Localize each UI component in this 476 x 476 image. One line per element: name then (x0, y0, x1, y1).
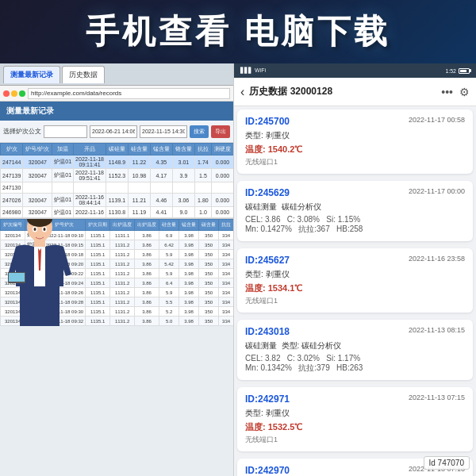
card-header: ID:243018 2022-11-13 08:15 (245, 326, 465, 337)
filter-select[interactable] (44, 125, 87, 138)
card-date: 2022-11-17 00:00 (409, 187, 465, 195)
main-data-table-container: 炉次 炉号/炉次 加温 开品 碳硅量 硅含量 锰含量 铬含量 抗拉 测硬度 测试… (0, 143, 233, 218)
tab-bar: 测量最新记录 历史数据 (0, 63, 233, 86)
card-id: ID:245629 (245, 187, 290, 198)
card-header: ID:242971 2022-11-13 07:15 (245, 393, 465, 405)
top-banner: 手机查看 电脑下载 (0, 0, 476, 63)
battery-icon (459, 68, 470, 74)
mobile-card-list: ID:245700 2022-11-17 00:58 类型: 剥重仪 温度: 1… (234, 106, 476, 476)
col-temp-type: 加温 (52, 144, 74, 155)
card-header: ID:245627 2022-11-16 23:58 (245, 255, 465, 266)
card-mn: Mn: 0.1342% 抗拉:379 HB:263 (245, 363, 465, 374)
right-panel-mobile: ▋▋▋ WiFi 1:52 ‹ 历史数据 32000128 ••• ⚙ ID:2… (234, 63, 476, 476)
data-card[interactable]: ID:245627 2022-11-16 23:58 类型: 剥重仪 温度: 1… (237, 248, 473, 313)
card-type: 类型: 剥重仪 (245, 130, 465, 141)
table-row: 247144 320047 炉温01 2022-11-1809:11:41 11… (1, 155, 234, 169)
card-type: 碳硅测量 碳硅分析仪 (245, 202, 465, 213)
id-badge: Id 747070 (424, 456, 470, 470)
card-type: 碳硅测量 类型: 碳硅分析仪 (245, 340, 465, 351)
window-btn-min[interactable] (11, 90, 17, 97)
col-mn: 锰含量 (150, 144, 172, 155)
table-row: 247130 1307.8 打开 (1, 182, 234, 194)
col-id: 炉次 (1, 144, 23, 155)
card-cel: CEL: 3.86 C: 3.08% Si: 1.15% (245, 215, 465, 224)
more-icon[interactable]: ••• (441, 86, 453, 98)
table-row: 247026 320047 炉温01 2022-11-1608:44:14 11… (1, 194, 234, 207)
card-id: ID:242971 (245, 393, 290, 405)
table-row: 247139 320047 炉温01 2022-11-1809:51:41 11… (1, 169, 234, 182)
filter-date-start[interactable] (90, 125, 137, 138)
svg-point-9 (44, 228, 46, 231)
status-right: 1:52 (445, 68, 470, 74)
left-panel-pc: 测量最新记录 历史数据 测量最新记录 选择炉次公文 搜索 导 (0, 63, 234, 476)
export-button[interactable]: 导出 (211, 125, 230, 138)
card-header: ID:245629 2022-11-17 00:00 (245, 187, 465, 198)
col-si: 硅含量 (128, 144, 150, 155)
card-type: 类型: 剥重仪 (245, 408, 465, 419)
status-time: 1:52 (445, 68, 456, 74)
mobile-nav-bar: ‹ 历史数据 32000128 ••• ⚙ (234, 78, 476, 106)
svg-rect-2 (34, 239, 45, 247)
col-carbon: 碳硅量 (106, 144, 128, 155)
card-id: ID:245700 (245, 116, 290, 127)
person-overlay (4, 218, 75, 326)
page-title: 测量最新记录 (6, 106, 54, 117)
card-date: 2022-11-13 07:15 (409, 393, 465, 401)
card-divider (237, 455, 473, 455)
col-ks: 抗拉 (194, 144, 211, 155)
filter-date-end[interactable] (140, 125, 187, 138)
data-card[interactable]: ID:242971 2022-11-13 07:15 类型: 剥重仪 温度: 1… (237, 387, 473, 451)
window-btn-close[interactable] (3, 90, 10, 97)
window-btn-max[interactable] (19, 90, 25, 97)
card-temp: 温度: 1532.5℃ (245, 421, 465, 433)
card-id: ID:245627 (245, 255, 290, 266)
card-temp: 温度: 1540.2℃ (245, 144, 465, 155)
status-left: ▋▋▋ WiFi (240, 67, 266, 74)
filter-label: 选择炉次公文 (3, 127, 41, 136)
banner-title: 手机查看 电脑下载 (86, 10, 390, 54)
address-input[interactable] (28, 88, 230, 99)
back-button[interactable]: ‹ (240, 85, 244, 99)
battery-fill (460, 70, 466, 72)
tab-records[interactable]: 测量最新记录 (3, 66, 60, 83)
data-card[interactable]: ID:245629 2022-11-17 00:00 碳硅测量 碳硅分析仪 CE… (237, 181, 473, 241)
main-data-table: 炉次 炉号/炉次 加温 开品 碳硅量 硅含量 锰含量 铬含量 抗拉 测硬度 测试… (0, 143, 233, 218)
svg-rect-3 (20, 286, 60, 326)
svg-rect-5 (9, 273, 25, 282)
col-hd: 测硬度 (211, 144, 233, 155)
table-row: 246980 320047 炉温01 2022-11-16 1130.8 11.… (1, 207, 234, 218)
card-divider (237, 383, 473, 384)
tab-history[interactable]: 历史数据 (62, 66, 105, 83)
nav-icons: ••• ⚙ (441, 86, 470, 98)
data-card[interactable]: ID:245700 2022-11-17 00:58 类型: 剥重仪 温度: 1… (237, 109, 473, 174)
mobile-status-bar: ▋▋▋ WiFi 1:52 (234, 63, 476, 78)
wifi-icon: WiFi (255, 67, 266, 74)
lower-table-container: 炉次编号 炉次 炉号炉次 炉次日期 出炉温度 出炉温度 硅含量 锰含量 碳含量 … (0, 218, 233, 326)
card-divider (237, 177, 473, 178)
card-id: ID:243018 (245, 326, 290, 337)
card-divider (237, 316, 473, 317)
card-cel: CEL: 3.82 C: 3.02% Si: 1.17% (245, 354, 465, 363)
card-port: 无线端口1 (245, 157, 465, 167)
data-card[interactable]: ID:243018 2022-11-13 08:15 碳硅测量 类型: 碳硅分析… (237, 320, 473, 380)
card-temp: 温度: 1534.1℃ (245, 282, 465, 294)
card-mn: Mn: 0.1427% 抗拉:367 HB:258 (245, 224, 465, 235)
page-header: 测量最新记录 (0, 102, 233, 121)
card-header: ID:245700 2022-11-17 00:58 (245, 116, 465, 127)
col-furnace: 炉号/炉次 (23, 144, 52, 155)
search-button[interactable]: 搜索 (190, 125, 209, 138)
card-date: 2022-11-16 23:58 (409, 255, 465, 263)
filter-row: 选择炉次公文 搜索 导出 (0, 121, 233, 143)
settings-icon[interactable]: ⚙ (459, 86, 470, 98)
mobile-title: 历史数据 32000128 (249, 85, 436, 98)
col-cr: 铬含量 (172, 144, 194, 155)
col-date: 开品 (74, 144, 106, 155)
card-date: 2022-11-13 08:15 (409, 326, 465, 334)
signal-icon: ▋▋▋ (240, 67, 252, 74)
card-divider (237, 244, 473, 245)
main-area: 测量最新记录 历史数据 测量最新记录 选择炉次公文 搜索 导 (0, 63, 476, 476)
svg-point-8 (34, 228, 36, 231)
card-port: 无线端口1 (245, 296, 465, 306)
address-bar (0, 86, 233, 102)
card-port: 无线端口1 (245, 435, 465, 445)
